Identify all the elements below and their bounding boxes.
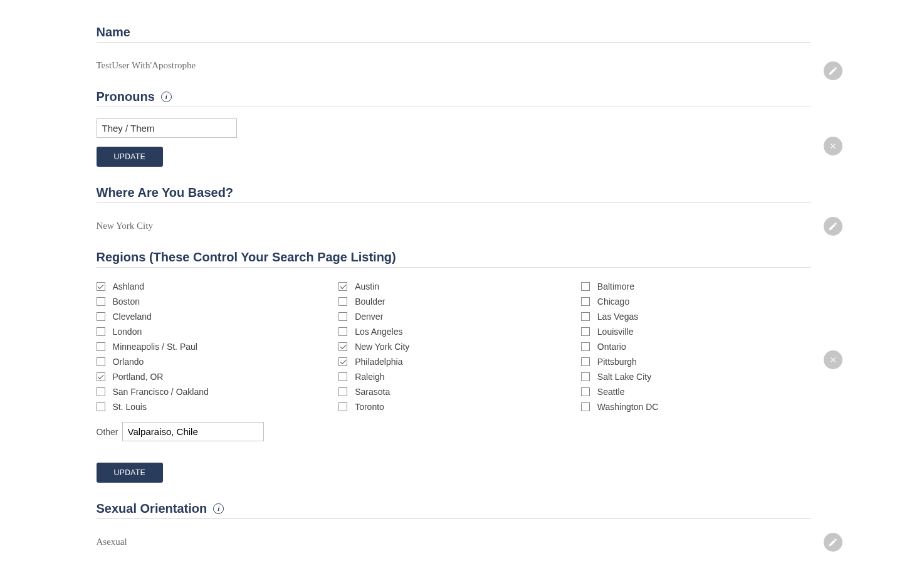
pencil-icon: [828, 537, 838, 547]
region-label: Minneapolis / St. Paul: [113, 342, 197, 352]
region-item: Ontario: [581, 339, 811, 354]
edit-name-button[interactable]: [824, 61, 842, 80]
region-checkbox[interactable]: [338, 327, 347, 336]
region-label: San Francisco / Oakland: [113, 387, 209, 397]
region-label: Denver: [355, 312, 383, 322]
region-label: Ashland: [113, 281, 145, 291]
update-regions-button[interactable]: UPDATE: [97, 463, 164, 483]
orientation-value: Asexual: [97, 537, 811, 547]
region-label: Boston: [113, 297, 140, 307]
close-icon: [829, 355, 837, 364]
region-checkbox[interactable]: [581, 357, 590, 366]
region-item: Washington DC: [581, 399, 811, 414]
heading-based: Where Are You Based?: [97, 186, 811, 203]
region-label: Las Vegas: [597, 312, 638, 322]
region-item: London: [97, 324, 327, 339]
region-item: Chicago: [581, 294, 811, 309]
region-item: Toronto: [338, 399, 569, 414]
region-item: Seattle: [581, 384, 811, 399]
region-item: Cleveland: [97, 309, 327, 324]
region-item: St. Louis: [97, 399, 327, 414]
region-checkbox[interactable]: [581, 297, 590, 306]
close-regions-button[interactable]: [824, 350, 842, 369]
pencil-icon: [828, 66, 838, 76]
info-icon[interactable]: i: [161, 92, 172, 102]
region-checkbox[interactable]: [97, 327, 105, 336]
region-label: New York City: [355, 342, 409, 352]
pronouns-input[interactable]: [97, 118, 237, 138]
region-checkbox[interactable]: [97, 342, 105, 351]
region-label: Philadelphia: [355, 357, 402, 367]
region-item: Baltimore: [581, 279, 811, 294]
heading-orientation: Sexual Orientation i: [97, 501, 811, 519]
heading-pronouns: Pronouns i: [97, 90, 811, 107]
region-item: San Francisco / Oakland: [97, 384, 327, 399]
region-item: Raleigh: [338, 369, 569, 384]
heading-regions: Regions (These Control Your Search Page …: [97, 250, 811, 268]
region-checkbox[interactable]: [581, 402, 590, 411]
region-label: Cleveland: [113, 312, 152, 322]
region-checkbox[interactable]: [97, 372, 105, 381]
region-label: Raleigh: [355, 372, 384, 382]
based-value: New York City: [97, 221, 811, 231]
region-checkbox[interactable]: [581, 327, 590, 336]
section-name: Name TestUser With'Apostrophe: [97, 25, 811, 71]
region-label: Boulder: [355, 297, 385, 307]
region-label: Portland, OR: [113, 372, 164, 382]
region-checkbox[interactable]: [338, 297, 347, 306]
region-checkbox[interactable]: [338, 282, 347, 291]
section-based: Where Are You Based? New York City: [97, 186, 811, 231]
update-pronouns-button[interactable]: UPDATE: [97, 147, 164, 167]
edit-based-button[interactable]: [824, 217, 842, 236]
region-checkbox[interactable]: [97, 402, 105, 411]
region-checkbox[interactable]: [97, 312, 105, 321]
region-item: Minneapolis / St. Paul: [97, 339, 327, 354]
region-checkbox[interactable]: [581, 312, 590, 321]
region-checkbox[interactable]: [581, 282, 590, 291]
region-checkbox[interactable]: [338, 312, 347, 321]
region-item: Las Vegas: [581, 309, 811, 324]
region-checkbox[interactable]: [97, 297, 105, 306]
region-item: Sarasota: [338, 384, 569, 399]
region-label: Louisville: [597, 327, 634, 337]
region-item: Portland, OR: [97, 369, 327, 384]
region-checkbox[interactable]: [581, 387, 590, 396]
region-item: Pittsburgh: [581, 354, 811, 369]
region-label: Orlando: [113, 357, 144, 367]
region-item: Los Angeles: [338, 324, 569, 339]
region-item: Ashland: [97, 279, 327, 294]
region-item: Austin: [338, 279, 569, 294]
name-value: TestUser With'Apostrophe: [97, 60, 811, 71]
region-label: Ontario: [597, 342, 626, 352]
region-checkbox[interactable]: [97, 357, 105, 366]
region-checkbox[interactable]: [581, 342, 590, 351]
region-checkbox[interactable]: [338, 342, 347, 351]
region-label: Austin: [355, 281, 379, 291]
info-icon[interactable]: i: [213, 503, 224, 514]
region-checkbox[interactable]: [338, 372, 347, 381]
region-checkbox[interactable]: [338, 387, 347, 396]
region-label: London: [113, 327, 142, 337]
region-item: Louisville: [581, 324, 811, 339]
region-checkbox[interactable]: [338, 357, 347, 366]
region-checkbox[interactable]: [97, 282, 105, 291]
region-label: Seattle: [597, 387, 625, 397]
close-pronouns-button[interactable]: [824, 137, 842, 155]
heading-name: Name: [97, 25, 811, 43]
region-checkbox[interactable]: [581, 372, 590, 381]
region-item: Boulder: [338, 294, 569, 309]
region-item: Philadelphia: [338, 354, 569, 369]
region-label: Sarasota: [355, 387, 390, 397]
regions-grid: AshlandAustinBaltimoreBostonBoulderChica…: [97, 279, 811, 414]
close-icon: [829, 142, 837, 150]
region-item: New York City: [338, 339, 569, 354]
region-checkbox[interactable]: [97, 387, 105, 396]
heading-orientation-text: Sexual Orientation: [97, 501, 207, 516]
other-label: Other: [97, 427, 118, 437]
region-checkbox[interactable]: [338, 402, 347, 411]
edit-orientation-button[interactable]: [824, 533, 842, 552]
section-regions: Regions (These Control Your Search Page …: [97, 250, 811, 483]
pencil-icon: [828, 221, 838, 231]
other-region-input[interactable]: [122, 422, 264, 441]
region-label: Toronto: [355, 402, 384, 412]
